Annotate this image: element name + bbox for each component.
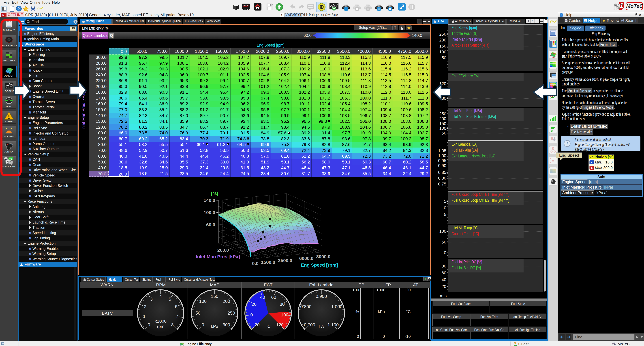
svg-text:0.0: 0.0 [252,261,258,266]
svg-text:rpm: rpm [157,324,164,329]
svg-text:60.0: 60.0 [206,222,215,227]
svg-text:1500.0: 1500.0 [261,260,275,265]
svg-text:[%]: [%] [211,191,218,196]
svg-text:120: 120 [276,322,284,327]
svg-text:8000.0: 8000.0 [316,254,330,259]
svg-text:50: 50 [196,310,200,315]
svg-text:20: 20 [252,302,256,307]
svg-text:1: 1 [143,314,146,319]
svg-text:?: ? [585,19,586,22]
svg-text:0.900: 0.900 [316,294,327,299]
svg-text:°C: °C [266,324,270,329]
svg-text:60: 60 [271,295,276,300]
svg-text:200: 200 [223,299,230,304]
svg-text:1.100: 1.100 [328,322,339,327]
svg-text:?: ? [18,7,20,11]
svg-text:3500.0: 3500.0 [278,258,292,263]
svg-text:100: 100 [199,299,206,304]
svg-text:6000.0: 6000.0 [299,256,314,261]
svg-text:kPa: kPa [211,324,218,329]
svg-text:1.000: 1.000 [331,304,342,309]
svg-text:0: 0 [202,322,204,327]
svg-text:100.0: 100.0 [204,210,215,215]
svg-text:x1000: x1000 [155,319,166,323]
svg-text:i: i [566,141,568,146]
svg-text:40: 40 [260,295,265,300]
svg-text:3: 3 [150,297,152,302]
svg-text:6: 6 [175,304,177,309]
svg-text:140.0: 140.0 [204,198,215,203]
svg-text:LA: LA [319,324,324,329]
svg-text:8: 8 [171,322,174,327]
svg-text:0.800: 0.800 [300,304,312,309]
svg-text:100: 100 [281,312,288,317]
svg-text:1: 1 [620,2,624,10]
svg-text:150: 150 [211,294,218,299]
svg-text:Inlet Man Pres [kPa]: Inlet Man Pres [kPa] [196,254,240,259]
svg-text:Eng Speed [rpm]: Eng Speed [rpm] [301,262,338,267]
svg-text:M: M [2,14,4,16]
svg-text:260.0: 260.0 [217,248,229,253]
svg-text:0: 0 [250,312,253,317]
svg-text:0.700: 0.700 [304,322,315,327]
svg-text:?: ? [561,14,562,17]
svg-text:7: 7 [176,314,178,319]
svg-text:250: 250 [228,310,235,315]
svg-text:AB: AB [612,342,615,344]
svg-text:-20: -20 [253,322,260,327]
svg-text:0: 0 [148,322,150,327]
svg-text:80: 80 [280,302,285,307]
svg-text:MoTeC: MoTeC [243,5,248,7]
svg-text:4: 4 [160,294,162,299]
svg-text:5: 5 [169,297,171,302]
svg-text:300: 300 [223,322,230,327]
svg-text:2: 2 [144,304,146,309]
